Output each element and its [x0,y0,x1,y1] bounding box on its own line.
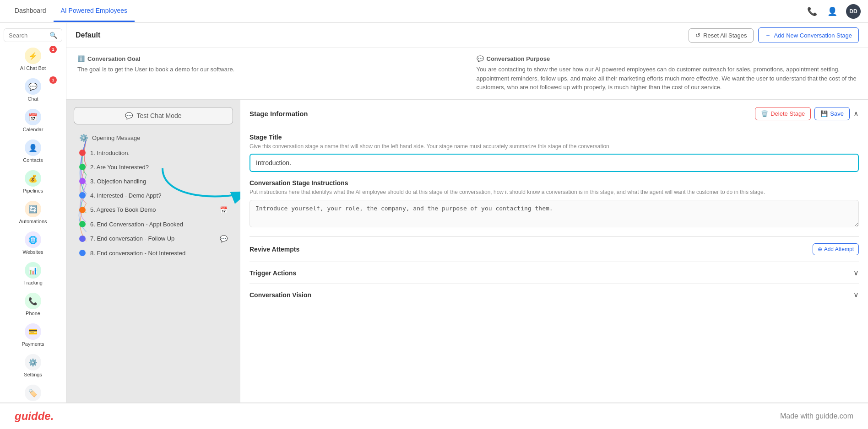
instructions-label: Conversation Stage Instructions [250,179,859,187]
info-icon: ℹ️ [77,55,85,62]
gear-icon[interactable]: ⚙️ [79,134,88,142]
conversation-purpose-text: You are contacting to show the user how … [477,65,857,92]
sidebar-item-label: Automations [19,219,47,224]
stage-item-3[interactable]: 3. Objection handling [74,174,233,188]
reset-all-stages-button[interactable]: ↺ Reset All Stages [689,28,754,43]
page-header: Default ↺ Reset All Stages ＋ Add New Con… [66,23,868,48]
tab-ai-powered-employees[interactable]: AI Powered Employees [54,0,135,22]
save-button[interactable]: 💾 Save [814,107,850,120]
stage-label-6: 6. End Conversation - Appt Booked [90,221,228,228]
sidebar-item-label: Websites [22,249,43,255]
search-input[interactable] [9,32,47,39]
sidebar-item-calendar[interactable]: 📅 Calendar [0,105,66,136]
sidebar-item-pipelines[interactable]: 💰 Pipelines [0,166,66,197]
plus-circle-icon: ⊕ [818,246,822,252]
reset-icon: ↺ [695,32,700,39]
stage-item-6[interactable]: 6. End Conversation - Appt Booked [74,217,233,231]
footer: guidde. Made with guidde.com [0,402,868,429]
middle-section: 💬 Test Chat Mode [66,100,868,403]
user-icon[interactable]: 👤 [826,5,839,18]
sidebar-item-payments[interactable]: 💳 Payments [0,320,66,350]
conversation-vision-section[interactable]: Conversation Vision ∨ [250,284,859,306]
sidebar-item-settings[interactable]: ⚙️ Settings [0,350,66,381]
stage-item-7[interactable]: 7. End conversation - Follow Up 💬 [74,231,233,246]
opening-message: ⚙️ Opening Message [74,130,233,146]
add-new-conversation-stage-button[interactable]: ＋ Add New Conversation Stage [758,27,859,43]
test-chat-icon: 💬 [125,112,133,119]
delete-stage-button[interactable]: 🗑️ Delete Stage [755,107,811,120]
sidebar-item-ai-chat-bot[interactable]: ⚡ AI Chat Bot 1 [0,44,66,75]
stage-title-input[interactable] [250,154,859,172]
sidebar-item-label: Contacts [23,157,43,163]
badge-ai-chat-bot: 1 [49,46,57,53]
sidebar-item-label: Phone [26,311,40,316]
sidebar-item-label: Settings [24,372,42,377]
trash-icon: 🗑️ [761,110,768,117]
stage-dot-7 [79,236,86,242]
stage-label-7: 7. End conversation - Follow Up [90,235,215,242]
conversation-goal-text: The goal is to get the User to book a de… [77,65,458,74]
websites-icon: 🌐 [28,236,38,244]
stage-label-3: 3. Objection handling [90,178,228,185]
instructions-textarea[interactable]: Introduce yourself, your role, the compa… [250,200,859,227]
vision-chevron-down-icon: ∨ [853,290,859,299]
trigger-actions-title: Trigger Actions [250,269,296,277]
conversation-vision-title: Conversation Vision [250,291,311,299]
header-actions: ↺ Reset All Stages ＋ Add New Conversatio… [689,27,859,43]
stage-dot-5 [79,207,86,213]
sidebar-item-automations[interactable]: 🔄 Automations [0,197,66,228]
white-label-icon: 🏷️ [28,389,38,397]
stage-info-title: Stage Information [250,110,308,118]
avatar[interactable]: DD [846,4,861,19]
sidebar-item-tracking[interactable]: 📊 Tracking [0,258,66,289]
sidebar-item-label: Tracking [23,280,43,285]
stage-label-5: 5. Agrees To Book Demo [90,206,215,213]
stage-item-2[interactable]: 2. Are You Interested? [74,160,233,174]
phone-icon[interactable]: 📞 [806,5,819,18]
stage-item-8[interactable]: 8. End conversation - Not Interested [74,246,233,260]
stage-list-panel: 💬 Test Chat Mode [66,100,240,403]
test-chat-mode-button[interactable]: 💬 Test Chat Mode [74,107,233,124]
top-bar-tabs: Dashboard AI Powered Employees [7,0,795,22]
sidebar-item-label: Chat [27,96,38,102]
stage-title-section: Stage Title Give this conversation stage… [250,134,859,172]
calendar-stage-icon: 📅 [220,206,228,214]
tab-dashboard[interactable]: Dashboard [7,0,54,22]
sidebar-item-websites[interactable]: 🌐 Websites [0,228,66,258]
stage-dot-2 [79,164,86,170]
main-layout: 🔍 ⚡ AI Chat Bot 1 💬 Chat 1 📅 Calendar 👤 … [0,23,868,402]
badge-chat: 1 [49,76,57,84]
stage-dot-8 [79,250,86,256]
right-panel: Stage Information 🗑️ Delete Stage 💾 Save… [240,100,868,403]
stages-container: ⚙️ Opening Message 1. Introduction. 2. A… [74,130,233,260]
revive-attempts-title: Revive Attempts [250,246,299,253]
info-section: ℹ️ Conversation Goal The goal is to get … [66,48,868,100]
stage-label-8: 8. End conversation - Not Interested [90,250,228,257]
sidebar-item-contacts[interactable]: 👤 Contacts [0,136,66,166]
conversation-goal-title: ℹ️ Conversation Goal [77,55,458,62]
collapse-icon[interactable]: ∧ [853,109,859,118]
stage-item-4[interactable]: 4. Interested - Demo Appt? [74,188,233,203]
tracking-icon: 📊 [28,266,38,275]
sidebar-item-chat[interactable]: 💬 Chat 1 [0,75,66,105]
footer-tagline: Made with guidde.com [780,412,853,420]
bolt-icon: ⚡ [28,52,38,60]
stage-item-1[interactable]: 1. Introduction. [74,146,233,160]
sidebar: 🔍 ⚡ AI Chat Bot 1 💬 Chat 1 📅 Calendar 👤 … [0,23,66,402]
sidebar-item-label: AI Chat Bot [20,65,46,71]
revive-attempts-row: Revive Attempts ⊕ Add Attempt [250,236,859,262]
settings-icon: ⚙️ [28,358,38,367]
search-bar[interactable]: 🔍 [4,28,62,42]
sidebar-item-phone[interactable]: 📞 Phone [0,289,66,320]
stage-title-label: Stage Title [250,134,859,141]
add-attempt-button[interactable]: ⊕ Add Attempt [813,243,859,255]
sidebar-item-white-label[interactable]: 🏷️ White Label [0,381,66,402]
trigger-actions-section[interactable]: Trigger Actions ∨ [250,262,859,284]
stage-dot-4 [79,192,86,198]
stage-item-5[interactable]: 5. Agrees To Book Demo 📅 [74,203,233,217]
top-bar: Dashboard AI Powered Employees 📞 👤 DD [0,0,868,23]
stage-dot-1 [79,150,86,156]
top-bar-right: 📞 👤 DD [806,4,861,19]
stage-dot-3 [79,178,86,184]
pipelines-icon: 💰 [28,174,38,183]
